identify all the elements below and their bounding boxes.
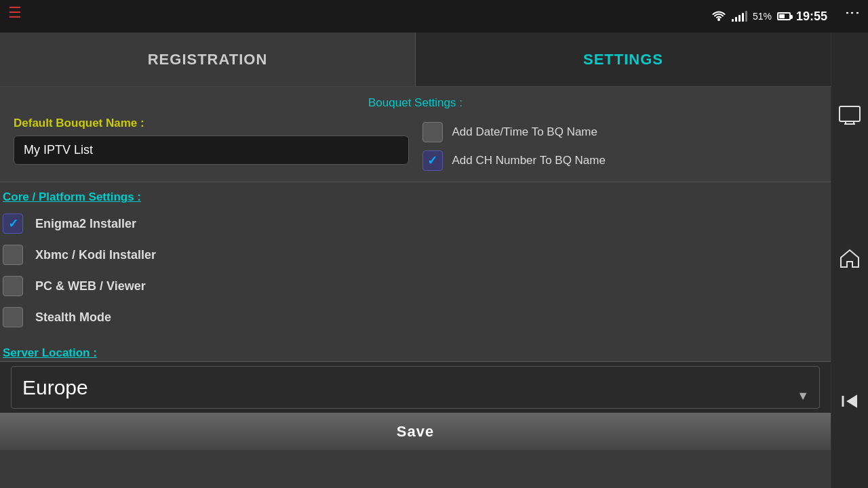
server-location-section: Server Location : xyxy=(0,344,831,361)
screen-icon[interactable] xyxy=(839,106,861,129)
checkbox-stealth[interactable] xyxy=(3,307,23,327)
bouquet-right: Add Date/Time To BQ Name ✓ Add CH Number… xyxy=(422,117,818,171)
bouquet-name-input[interactable] xyxy=(14,136,409,165)
tab-header: REGISTRATION SETTINGS xyxy=(0,33,831,87)
platform-section: Core / Platform Settings : ✓ Enigma2 Ins… xyxy=(0,182,831,344)
checkbox-pcweb[interactable] xyxy=(3,276,23,296)
status-icons: 51% 19:55 xyxy=(711,9,827,24)
bouquet-left: Default Bouquet Name : xyxy=(14,117,409,165)
server-location-title: Server Location : xyxy=(3,344,831,361)
dropdown-wrapper: Europe USA Asia Middle East Africa ▼ xyxy=(11,362,820,413)
home-icon[interactable] xyxy=(840,248,860,273)
option-enigma2-label: Enigma2 Installer xyxy=(35,217,136,231)
more-options-icon[interactable]: ⋮ xyxy=(844,5,861,19)
wifi-icon xyxy=(711,11,726,22)
status-time: 19:55 xyxy=(796,9,827,24)
main-content: REGISTRATION SETTINGS Bouquet Settings :… xyxy=(0,33,831,488)
platform-section-title: Core / Platform Settings : xyxy=(3,190,817,204)
svg-point-0 xyxy=(717,18,720,21)
checkbox-datetime[interactable] xyxy=(422,122,443,142)
tab-registration[interactable]: REGISTRATION xyxy=(0,33,416,86)
battery-icon xyxy=(777,12,791,20)
right-sidebar xyxy=(831,33,868,488)
option-row-stealth: Stealth Mode xyxy=(3,307,817,327)
svg-rect-1 xyxy=(840,106,860,121)
checkbox-datetime-row: Add Date/Time To BQ Name xyxy=(422,122,818,142)
signal-strength-icon xyxy=(732,11,747,22)
option-row-pcweb: PC & WEB / Viewer xyxy=(3,276,817,296)
option-pcweb-label: PC & WEB / Viewer xyxy=(35,279,146,293)
tab-settings[interactable]: SETTINGS xyxy=(416,33,831,86)
status-bar: ☰ 51% 19:55 ⋮ xyxy=(0,0,868,33)
bouquet-section-title: Bouquet Settings : xyxy=(14,96,817,110)
battery-percent: 51% xyxy=(753,11,772,22)
checkbox-chnumber-check: ✓ xyxy=(427,153,437,168)
checkbox-datetime-label: Add Date/Time To BQ Name xyxy=(452,125,597,139)
checkbox-chnumber[interactable]: ✓ xyxy=(422,150,443,171)
app-menu-icon[interactable]: ☰ xyxy=(8,5,22,20)
default-bouquet-label: Default Bouquet Name : xyxy=(14,117,409,130)
checkbox-kodi[interactable] xyxy=(3,245,23,265)
save-button[interactable]: Save xyxy=(0,413,831,450)
content-body: Bouquet Settings : Default Bouquet Name … xyxy=(0,87,831,488)
option-row-kodi: Xbmc / Kodi Installer xyxy=(3,245,817,265)
dropdown-section: Europe USA Asia Middle East Africa ▼ xyxy=(0,361,831,413)
checkbox-enigma2[interactable]: ✓ xyxy=(3,214,23,234)
checkbox-chnumber-row: ✓ Add CH Number To BQ Name xyxy=(422,150,818,171)
back-icon[interactable] xyxy=(840,392,860,415)
option-row-enigma2: ✓ Enigma2 Installer xyxy=(3,214,817,234)
server-location-dropdown[interactable]: Europe USA Asia Middle East Africa xyxy=(11,366,820,409)
checkbox-chnumber-label: Add CH Number To BQ Name xyxy=(452,154,606,167)
save-bar: Save xyxy=(0,413,831,450)
option-kodi-label: Xbmc / Kodi Installer xyxy=(35,248,156,262)
bouquet-section: Bouquet Settings : Default Bouquet Name … xyxy=(0,87,831,182)
option-stealth-label: Stealth Mode xyxy=(35,310,111,325)
checkbox-enigma2-check: ✓ xyxy=(8,216,18,231)
